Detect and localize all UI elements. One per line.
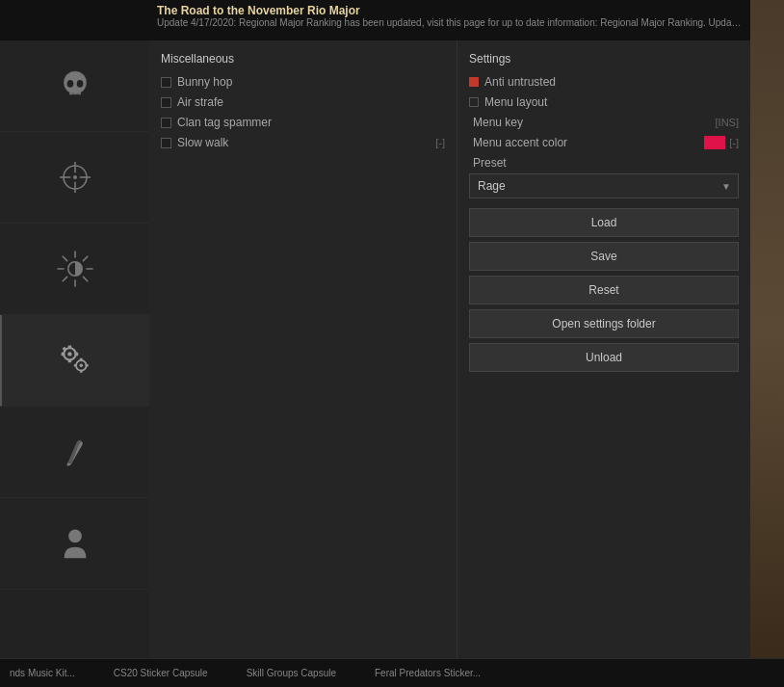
sidebar [0,40,149,658]
checkbox-slow-walk[interactable]: Slow walk [-] [161,136,445,149]
air-strafe-label: Air strafe [177,95,223,109]
menu-layout-indicator [469,97,479,107]
sidebar-item-scripts[interactable] [0,407,149,498]
menu-key-bind[interactable]: [INS] [716,117,739,128]
gear-icon [55,339,97,382]
checkbox-air-strafe[interactable]: Air strafe [161,95,445,109]
bottom-item-1[interactable]: nds Music Kit... [10,668,75,678]
main-panel: Miscellaneous Bunny hop Air strafe Clan … [149,40,750,658]
preset-select[interactable]: Rage HvH Legit Default [469,173,739,198]
menu-accent-keybind: [-] [729,137,739,148]
crosshair-icon [56,158,94,197]
checkbox-bunny-hop[interactable]: Bunny hop [161,75,445,89]
svg-rect-27 [85,364,88,367]
sidebar-item-players[interactable] [0,498,149,590]
bottom-item-4[interactable]: Feral Predators Sticker... [375,668,481,678]
svg-point-23 [79,364,83,368]
settings-panel: Settings Anti untrusted Menu layout Menu… [457,40,750,658]
menu-accent-label: Menu accent color [473,136,704,149]
svg-rect-20 [74,353,78,357]
checkbox-clan-tag[interactable]: Clan tag spammer [161,116,445,129]
preset-select-wrapper[interactable]: Rage HvH Legit Default ▼ [469,173,739,198]
top-banner: The Road to the November Rio Major Updat… [149,0,750,40]
svg-rect-24 [79,358,82,361]
person-icon [57,525,93,562]
accent-color-swatch[interactable] [704,136,725,149]
svg-rect-18 [67,359,71,363]
svg-point-1 [66,80,73,88]
svg-point-16 [67,352,71,356]
svg-rect-19 [61,353,65,357]
bottom-item-2[interactable]: CS20 Sticker Capsule [114,668,208,678]
banner-text: Update 4/17/2020: Regional Major Ranking… [157,17,743,28]
sidebar-item-skull[interactable] [0,40,149,132]
svg-rect-26 [73,364,76,367]
skull-icon [55,66,95,106]
unload-button[interactable]: Unload [469,343,739,372]
knife-icon [57,434,93,470]
svg-rect-25 [79,370,82,373]
anti-untrusted-label: Anti untrusted [484,75,556,89]
clan-tag-label: Clan tag spammer [177,116,272,129]
bottom-bar: nds Music Kit... CS20 Sticker Capsule Sk… [0,658,784,687]
slow-walk-keybind: [-] [435,137,445,148]
menu-key-row: Menu key [INS] [469,116,739,129]
preset-label: Preset [469,156,739,170]
svg-point-2 [76,80,83,88]
banner-title: The Road to the November Rio Major [157,4,743,17]
sidebar-item-visuals[interactable] [0,224,149,315]
svg-point-9 [73,175,77,179]
sidebar-item-misc[interactable] [0,315,149,407]
menu-layout-label: Menu layout [484,95,547,109]
sidebar-item-aimbot[interactable] [0,132,149,224]
anti-untrusted-row[interactable]: Anti untrusted [469,75,739,89]
menu-key-label: Menu key [473,116,716,129]
open-settings-folder-button[interactable]: Open settings folder [469,309,739,338]
misc-title: Miscellaneous [161,52,445,66]
menu-accent-row: Menu accent color [-] [469,136,739,149]
brightness-icon [56,250,94,288]
slow-walk-label: Slow walk [177,136,430,149]
svg-point-28 [68,530,82,543]
load-button[interactable]: Load [469,208,739,237]
menu-layout-row[interactable]: Menu layout [469,95,739,109]
svg-rect-6 [66,90,83,92]
settings-title: Settings [469,52,739,66]
bunny-hop-label: Bunny hop [177,75,232,89]
bottom-item-3[interactable]: Skill Groups Capsule [247,668,336,678]
misc-panel: Miscellaneous Bunny hop Air strafe Clan … [149,40,457,658]
svg-rect-17 [67,346,71,350]
anti-untrusted-indicator [469,77,479,87]
reset-button[interactable]: Reset [469,276,739,304]
right-strip [750,0,784,660]
save-button[interactable]: Save [469,242,739,271]
